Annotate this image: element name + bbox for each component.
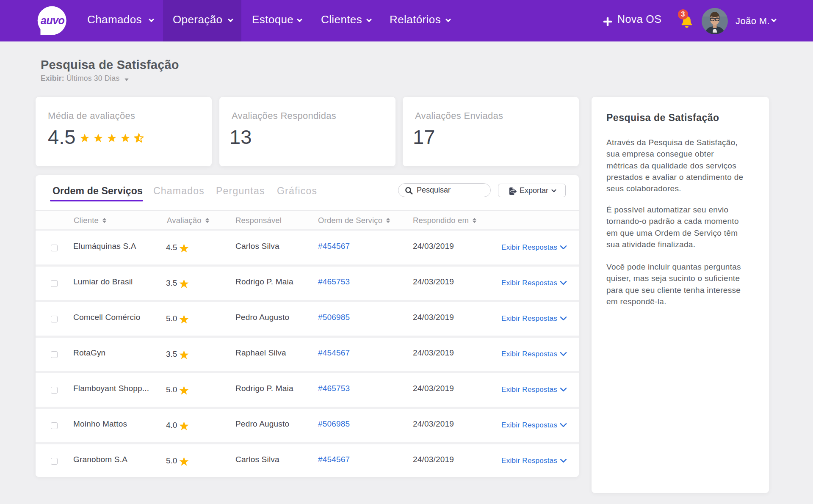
svg-text:auvo: auvo <box>41 14 65 26</box>
